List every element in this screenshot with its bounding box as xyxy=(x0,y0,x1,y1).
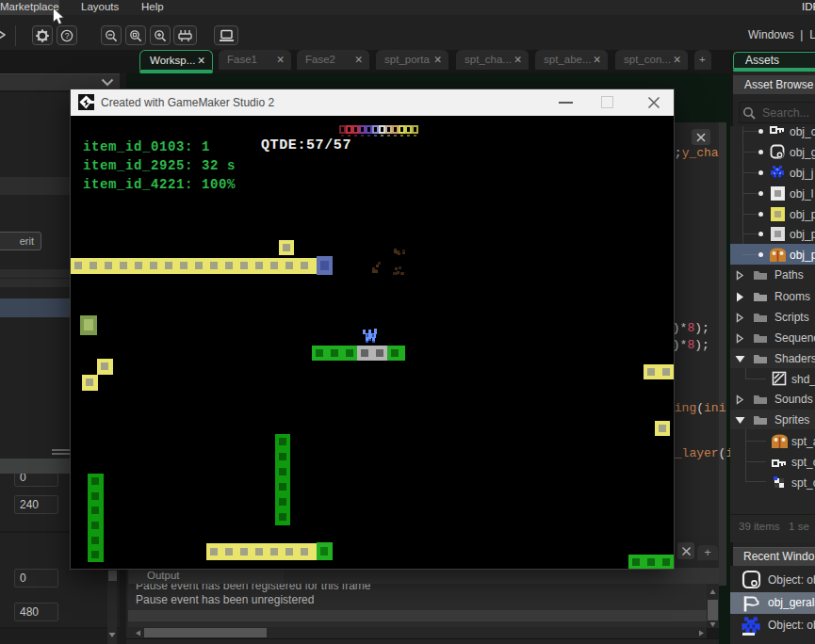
svg-text:?: ? xyxy=(65,31,70,40)
